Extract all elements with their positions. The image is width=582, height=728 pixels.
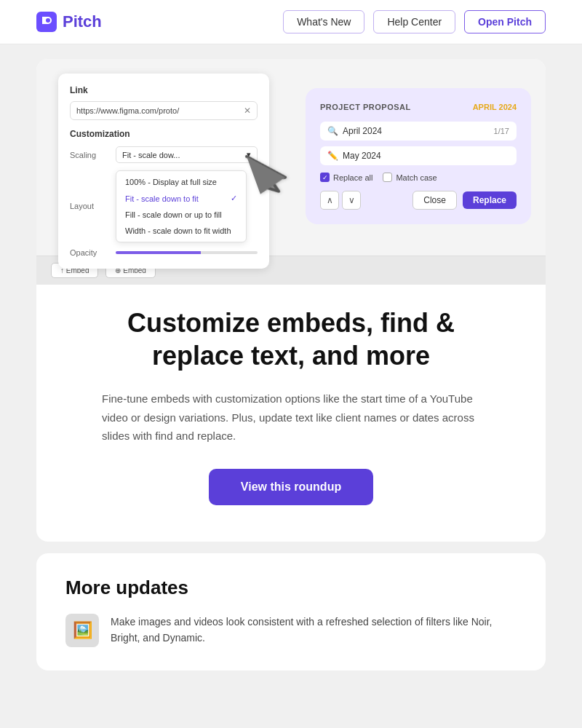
view-roundup-button[interactable]: View this roundup (209, 469, 373, 505)
dropdown-item-2[interactable]: Fit - scale down to fit ✓ (116, 190, 246, 207)
edit-icon: ✏️ (327, 151, 338, 161)
next-button[interactable]: ∨ (342, 191, 361, 210)
opacity-bar[interactable] (116, 251, 258, 254)
search-count: 1/17 (494, 127, 509, 135)
link-input-row: https://www.figma.com/proto/ ✕ (70, 101, 258, 120)
search-value-text: April 2024 (343, 126, 490, 136)
link-clear-button[interactable]: ✕ (244, 106, 251, 116)
more-updates-title: More updates (65, 577, 517, 599)
match-case-checkbox[interactable] (383, 173, 392, 182)
close-button[interactable]: Close (412, 191, 457, 210)
prev-button[interactable]: ∧ (320, 191, 339, 210)
options-row: Replace all Match case (320, 173, 517, 182)
feature-headline: Customize embeds, find & replace text, a… (80, 306, 502, 372)
scaling-select[interactable]: Fit - scale dow... ▾ (116, 146, 258, 163)
embed-panel: Link https://www.figma.com/proto/ ✕ Cust… (58, 74, 269, 269)
match-case-option: Match case (383, 173, 436, 182)
replace-all-option: Replace all (320, 173, 372, 182)
dropdown-menu: 100% - Display at full size Fit - scale … (116, 170, 247, 242)
project-title-label: PROJECT PROPOSAL (320, 103, 411, 111)
main-content: Link https://www.figma.com/proto/ ✕ Cust… (0, 59, 582, 670)
scaling-label: Scaling (70, 151, 110, 159)
replace-button[interactable]: Replace (463, 191, 517, 209)
match-case-label: Match case (396, 173, 436, 182)
actions-row: ∧ ∨ Close Replace (320, 191, 517, 210)
nav-arrows: ∧ ∨ (320, 191, 361, 210)
search-row: 🔍 April 2024 1/17 (320, 122, 517, 141)
layout-row: Layout 100% - Display at full size Fit -… (70, 169, 258, 242)
link-url-text: https://www.figma.com/proto/ (76, 106, 239, 115)
header: Pitch What's New Help Center Open Pitch (0, 0, 582, 44)
filter-icon: 🖼️ (73, 621, 92, 640)
screenshot-area: Link https://www.figma.com/proto/ ✕ Cust… (36, 59, 546, 285)
logo-text: Pitch (63, 12, 102, 31)
layout-label: Layout (70, 202, 110, 210)
opacity-label: Opacity (70, 248, 110, 257)
scaling-row: Scaling Fit - scale dow... ▾ (70, 146, 258, 163)
scaling-value: Fit - scale dow... (122, 151, 180, 159)
customization-label: Customization (70, 129, 258, 139)
customization-section: Customization Scaling Fit - scale dow...… (70, 129, 258, 257)
svg-point-1 (46, 18, 50, 23)
replace-value-text: May 2024 (343, 151, 509, 161)
dropdown-item-4[interactable]: Width - scale down to fit width (116, 223, 246, 239)
whats-new-button[interactable]: What's New (283, 10, 364, 33)
update-icon: 🖼️ (65, 614, 99, 647)
search-icon: 🔍 (327, 126, 338, 136)
update-text: Make images and videos look consistent w… (111, 614, 517, 646)
checkmark-icon: ✓ (231, 194, 237, 203)
update-item: 🖼️ Make images and videos look consisten… (65, 614, 517, 647)
nav-buttons: What's New Help Center Open Pitch (283, 10, 546, 33)
project-date-label: APRIL 2024 (473, 103, 517, 111)
project-header: PROJECT PROPOSAL APRIL 2024 (320, 103, 517, 111)
replace-row: ✏️ May 2024 (320, 146, 517, 165)
dropdown-item-1[interactable]: 100% - Display at full size (116, 174, 246, 190)
feature-card: Link https://www.figma.com/proto/ ✕ Cust… (36, 59, 546, 542)
feature-description: Fine-tune embeds with customization opti… (102, 389, 480, 446)
more-updates-card: More updates 🖼️ Make images and videos l… (36, 553, 546, 670)
find-replace-panel: PROJECT PROPOSAL APRIL 2024 🔍 April 2024… (306, 88, 531, 224)
open-pitch-button[interactable]: Open Pitch (464, 10, 546, 33)
embed-panel-label: Link (70, 85, 258, 95)
dropdown-item-3[interactable]: Fill - scale down or up to fill (116, 207, 246, 223)
text-section: Customize embeds, find & replace text, a… (36, 285, 546, 513)
logo: Pitch (36, 12, 102, 32)
help-center-button[interactable]: Help Center (373, 10, 455, 33)
replace-all-label: Replace all (333, 173, 372, 182)
replace-all-checkbox[interactable] (320, 173, 330, 182)
svg-marker-2 (247, 146, 287, 194)
opacity-row: Opacity (70, 248, 258, 257)
pitch-logo-icon (36, 12, 57, 32)
